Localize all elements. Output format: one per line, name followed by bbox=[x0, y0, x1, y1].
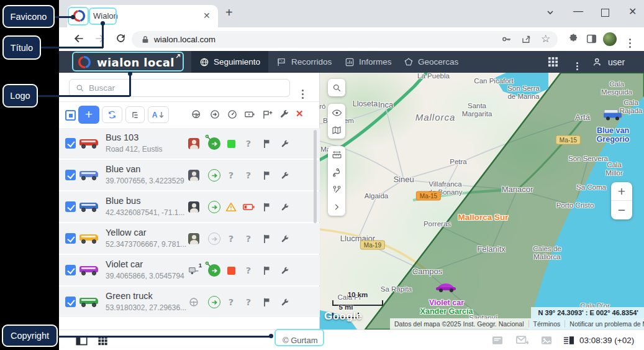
map-marker-violet-car[interactable] bbox=[435, 282, 457, 293]
tab-geocercas[interactable]: Geocercas bbox=[396, 51, 466, 73]
user-icon[interactable] bbox=[592, 57, 603, 68]
hierarchy-button[interactable] bbox=[125, 106, 145, 123]
reload-icon[interactable] bbox=[115, 32, 129, 46]
connection-active-key-icon bbox=[207, 264, 221, 277]
apps-grid-icon[interactable] bbox=[548, 57, 558, 67]
add-unit-button[interactable]: + bbox=[78, 106, 99, 124]
flag-icon[interactable] bbox=[260, 232, 273, 246]
question-icon: ? bbox=[224, 232, 238, 246]
table-columns-icon[interactable] bbox=[563, 336, 574, 345]
chevron-right-icon[interactable] bbox=[328, 198, 345, 216]
url-text[interactable]: wialon.local.com bbox=[154, 35, 215, 44]
side-panel-icon[interactable] bbox=[586, 34, 600, 47]
route-icon[interactable] bbox=[328, 163, 345, 181]
flag-icon[interactable] bbox=[260, 200, 273, 214]
share-icon[interactable] bbox=[521, 34, 535, 47]
question-icon: ? bbox=[242, 232, 255, 246]
bookmark-star-icon[interactable]: ☆ bbox=[541, 32, 555, 46]
map-search-icon[interactable] bbox=[328, 79, 345, 96]
tab-recorridos[interactable]: Recorridos bbox=[268, 51, 340, 73]
profile-avatar[interactable] bbox=[603, 32, 617, 46]
ruler-icon[interactable] bbox=[328, 146, 345, 163]
sensor-gauge-icon[interactable] bbox=[227, 109, 238, 120]
motion-filter-icon[interactable] bbox=[209, 109, 220, 120]
wrench-icon[interactable] bbox=[278, 137, 291, 150]
wrench-icon[interactable] bbox=[278, 200, 291, 214]
battery-filter-icon[interactable] bbox=[243, 109, 256, 120]
unit-name[interactable]: Blue van bbox=[106, 164, 140, 174]
media-icon[interactable] bbox=[541, 336, 552, 345]
refresh-button[interactable] bbox=[102, 106, 122, 123]
visibility-eye-icon[interactable] bbox=[328, 104, 345, 121]
unit-row-bus-103[interactable]: Bus 103 Road 412, Eustis ? bbox=[59, 128, 320, 159]
unit-checkbox[interactable] bbox=[65, 265, 76, 275]
window-maximize-button[interactable] bbox=[601, 9, 609, 17]
map[interactable]: La PueblaCan PicafortSon Serra de Marina… bbox=[320, 73, 644, 329]
map-label: Artá bbox=[575, 113, 590, 122]
wrench-icon[interactable] bbox=[278, 264, 291, 277]
unit-checkbox[interactable] bbox=[65, 233, 76, 244]
flag-icon[interactable] bbox=[260, 295, 273, 309]
flag-icon[interactable] bbox=[260, 168, 273, 182]
window-close-button[interactable]: ✕ bbox=[628, 6, 637, 17]
globe-icon bbox=[199, 57, 209, 67]
unit-checkbox[interactable] bbox=[65, 138, 76, 149]
unit-name[interactable]: Green truck bbox=[106, 291, 153, 301]
unit-row-blue-bus[interactable]: Blue bus 42.4326087541, -71.1... bbox=[59, 191, 320, 222]
driver-filter-icon[interactable] bbox=[191, 109, 202, 121]
key-icon[interactable] bbox=[501, 34, 515, 47]
wrench-icon[interactable] bbox=[278, 232, 291, 246]
window-minimize-button[interactable]: — bbox=[573, 6, 583, 17]
zoom-out-button[interactable]: − bbox=[611, 201, 632, 219]
nav-label: Seguimiento bbox=[214, 57, 260, 67]
extensions-puzzle-icon[interactable] bbox=[568, 33, 582, 47]
flag-icon[interactable] bbox=[260, 264, 273, 277]
messages-icon[interactable] bbox=[516, 336, 528, 345]
unit-name[interactable]: Bus 103 bbox=[106, 132, 138, 142]
unit-checkbox[interactable] bbox=[65, 297, 76, 307]
nav-label: Informes bbox=[359, 57, 392, 67]
back-icon[interactable] bbox=[73, 32, 86, 46]
unit-row-yellow-car[interactable]: Yellow car 52.3473706667, 9.781... ? ? bbox=[59, 223, 320, 254]
panel-menu-dots-icon[interactable] bbox=[302, 86, 304, 98]
unit-name[interactable]: Blue bus bbox=[106, 196, 140, 206]
window-chevron-icon[interactable] bbox=[546, 8, 555, 17]
wrench-icon[interactable] bbox=[278, 295, 291, 309]
notices-icon[interactable] bbox=[492, 336, 503, 345]
unit-row-violet-car[interactable]: Violet car 39.4065866, 3.0545794 1 ? bbox=[59, 255, 320, 285]
user-name[interactable]: user bbox=[608, 57, 625, 67]
track-points-icon[interactable] bbox=[328, 181, 345, 198]
google-logo[interactable]: Google bbox=[324, 310, 363, 323]
select-all-checkbox[interactable] bbox=[65, 110, 76, 121]
refresh-icon bbox=[107, 109, 117, 120]
report-problem-link[interactable]: Notificar un problema de Maps bbox=[565, 320, 644, 328]
map-marker-blue-van[interactable] bbox=[602, 109, 624, 122]
new-tab-button[interactable]: + bbox=[225, 6, 233, 20]
wrench-settings-icon[interactable] bbox=[279, 109, 289, 119]
terms-link[interactable]: Términos bbox=[528, 320, 565, 328]
header-menu-dots-icon[interactable] bbox=[576, 58, 578, 70]
sort-button[interactable]: A bbox=[148, 106, 169, 123]
unit-checkbox[interactable] bbox=[65, 170, 76, 180]
annotation-line bbox=[102, 23, 104, 48]
unit-row-green-truck[interactable]: Green truck 53.9180302, 27.29636... ? ? bbox=[59, 287, 320, 317]
unit-name[interactable]: Violet car bbox=[106, 259, 143, 269]
tab-close-icon[interactable]: ✕ bbox=[203, 11, 211, 21]
tab-informes[interactable]: Informes bbox=[337, 51, 400, 73]
unit-name[interactable]: Yellow car bbox=[106, 228, 147, 237]
wrench-icon[interactable] bbox=[278, 168, 291, 182]
unit-checkbox[interactable] bbox=[65, 201, 76, 212]
map-layers-icon[interactable] bbox=[328, 121, 345, 139]
add-flag-icon[interactable] bbox=[261, 109, 273, 121]
forward-icon[interactable] bbox=[94, 32, 107, 46]
tab-seguimiento[interactable]: Seguimiento bbox=[191, 51, 268, 73]
map-label: Petra bbox=[450, 158, 467, 166]
search-input[interactable] bbox=[89, 83, 289, 93]
zoom-in-button[interactable]: + bbox=[611, 182, 632, 201]
browser-menu-icon[interactable] bbox=[629, 35, 643, 49]
list-scrollbar[interactable] bbox=[314, 130, 317, 350]
flag-icon[interactable] bbox=[260, 137, 273, 150]
unit-row-blue-van[interactable]: Blue van 39.7007656, 3.4223529 ? ? bbox=[59, 160, 320, 190]
map-search-tool[interactable] bbox=[328, 79, 345, 96]
clear-x-icon[interactable]: ✕ bbox=[296, 108, 304, 119]
